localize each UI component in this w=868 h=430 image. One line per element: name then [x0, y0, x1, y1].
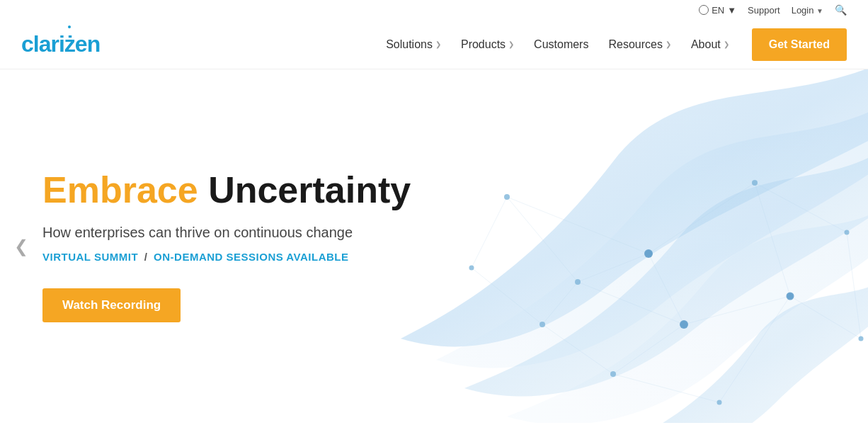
nav-about-label: About — [691, 38, 721, 51]
search-icon[interactable]: 🔍 — [835, 4, 847, 16]
hero-subtitle: How enterprises can thrive on continuous… — [42, 225, 411, 241]
virtual-summit-badge: VIRTUAL SUMMIT — [42, 251, 138, 263]
hero-badges: VIRTUAL SUMMIT / ON-DEMAND SESSIONS AVAI… — [42, 251, 411, 263]
hero-content: Embrace Uncertainty How enterprises can … — [0, 142, 453, 351]
nav-solutions-label: Solutions — [386, 38, 433, 51]
support-link[interactable]: Support — [748, 5, 780, 16]
hero-title: Embrace Uncertainty — [42, 170, 411, 210]
language-selector[interactable]: EN ▼ — [699, 5, 736, 16]
ondemand-badge: ON-DEMAND SESSIONS AVAILABLE — [154, 251, 348, 263]
globe-icon — [699, 5, 709, 15]
svg-point-21 — [845, 230, 850, 235]
svg-point-18 — [504, 194, 510, 200]
svg-point-30 — [644, 249, 653, 258]
nav-item-about[interactable]: About ❯ — [683, 33, 738, 57]
nav-item-products[interactable]: Products ❯ — [452, 33, 522, 57]
logo[interactable]: clariżen — [21, 31, 100, 57]
watch-recording-button[interactable]: Watch Recording — [42, 288, 181, 322]
hero-title-main: Uncertainty — [198, 169, 411, 210]
resources-chevron-icon: ❯ — [666, 40, 671, 48]
badge-separator: / — [141, 251, 151, 263]
svg-point-27 — [717, 400, 722, 405]
svg-point-20 — [752, 180, 758, 186]
main-navbar: clariżen Solutions ❯ Products ❯ Customer… — [0, 20, 868, 69]
solutions-chevron-icon: ❯ — [435, 40, 441, 48]
about-chevron-icon: ❯ — [724, 40, 729, 48]
nav-item-customers[interactable]: Customers — [525, 33, 597, 57]
hero-section: ❮ Embrace Uncertainty How enterprises ca… — [0, 69, 868, 423]
login-link[interactable]: Login ▼ — [792, 5, 823, 16]
svg-point-29 — [469, 266, 474, 271]
products-chevron-icon: ❯ — [508, 40, 514, 48]
svg-point-26 — [610, 371, 616, 377]
nav-item-resources[interactable]: Resources ❯ — [600, 33, 679, 57]
svg-point-22 — [575, 279, 581, 285]
login-dropdown-icon: ▼ — [816, 7, 823, 15]
language-chevron: ▼ — [727, 5, 736, 16]
nav-links: Solutions ❯ Products ❯ Customers Resourc… — [377, 33, 738, 57]
svg-point-32 — [787, 293, 794, 300]
top-utility-bar: EN ▼ Support Login ▼ 🔍 — [0, 0, 868, 20]
nav-products-label: Products — [461, 38, 506, 51]
hero-title-highlight: Embrace — [42, 169, 198, 210]
logo-text: clariżen — [21, 31, 100, 57]
svg-line-16 — [472, 197, 507, 268]
nav-customers-label: Customers — [534, 38, 588, 51]
svg-point-25 — [859, 336, 864, 341]
get-started-button[interactable]: Get Started — [752, 28, 847, 61]
language-label: EN — [712, 5, 724, 16]
nav-item-solutions[interactable]: Solutions ❯ — [377, 33, 450, 57]
svg-point-28 — [539, 322, 545, 327]
svg-point-31 — [680, 320, 688, 329]
nav-resources-label: Resources — [608, 38, 662, 51]
carousel-prev-button[interactable]: ❮ — [14, 237, 28, 256]
